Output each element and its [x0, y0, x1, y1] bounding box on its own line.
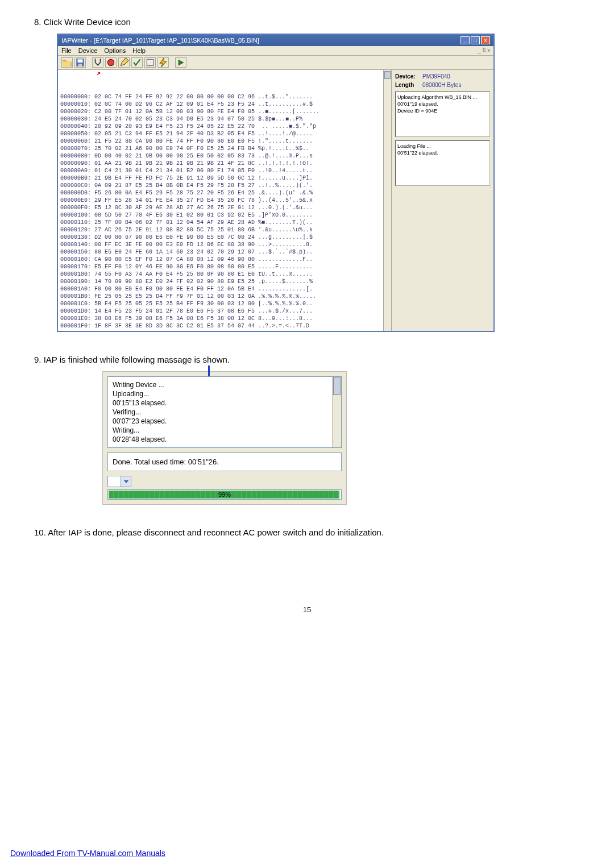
- hex-line: 000001A0: F0 90 80 E0 E4 F0 90 80 FE E4 …: [60, 285, 381, 293]
- play-icon[interactable]: [175, 57, 186, 68]
- status-line: 00'01"19 elapsed.: [397, 101, 488, 107]
- write-icon[interactable]: [118, 57, 130, 68]
- hex-line: 000000A0: 01 C4 21 30 01 C4 21 34 01 B2 …: [60, 167, 381, 175]
- menu-device[interactable]: Device: [78, 47, 98, 54]
- log-line: Uploading...: [113, 389, 337, 398]
- lightning-icon[interactable]: [157, 57, 169, 68]
- log-line: 00'07"23 elapsed.: [113, 417, 337, 426]
- hex-line: 000000E0: 29 FF E5 28 34 01 FE E4 35 27 …: [60, 197, 381, 204]
- length-label: Length: [395, 82, 422, 88]
- hex-line: 00000000: 02 0C 74 FF 24 FF 92 92 22 00 …: [60, 93, 381, 101]
- hex-line: 00000090: 01 AA 21 9B 21 9B 21 9B 21 9B …: [60, 160, 381, 167]
- hex-line: 00000070: 25 70 02 21 A6 90 80 E9 74 0F …: [60, 145, 381, 152]
- maximize-button[interactable]: □: [471, 36, 480, 44]
- progress-window: Writing Device ... Uploading... 00'15"13…: [102, 371, 347, 505]
- hex-line: 00000180: 74 55 F0 A3 74 AA F0 E4 F5 25 …: [60, 271, 381, 278]
- device-value: PM39F040: [422, 73, 450, 80]
- status-line: Uploading Algorithm WB_16.BIN ...: [397, 94, 488, 101]
- close-button[interactable]: X: [481, 36, 490, 44]
- hex-line: 000001D0: 14 E4 F5 23 F5 24 01 2F 78 E0 …: [60, 308, 381, 315]
- hex-line: 00000170: E5 EF F0 12 0Y 46 EE 90 80 E6 …: [60, 263, 381, 271]
- menu-file[interactable]: File: [61, 47, 72, 54]
- hex-line: 000000B0: 21 9B E4 FF FE FD FC 75 2E 91 …: [60, 175, 381, 182]
- erase-icon[interactable]: [144, 57, 156, 68]
- scrollbar[interactable]: [332, 377, 341, 447]
- menubar: File Device Options Help _ 6 x: [58, 46, 493, 56]
- hex-line: 00000080: 0D 00 40 02 21 9B 90 00 90 25 …: [60, 152, 381, 160]
- step-10-text: 10. After IAP is done, please disconnect…: [34, 528, 580, 537]
- page-number: 15: [34, 605, 580, 614]
- minimize-button[interactable]: _: [460, 36, 470, 44]
- hex-line: 000000F0: E5 12 0C 30 AF 29 AE 28 AD 27 …: [60, 204, 381, 211]
- status-box: Uploading Algorithm WB_16.BIN ... 00'01"…: [395, 92, 490, 137]
- hex-window: IAPWriter - [E:\Target IAP_101\Target IA…: [57, 34, 495, 332]
- hex-line: 00000010: 02 0C 74 00 D2 96 C2 AF 12 09 …: [60, 101, 381, 108]
- window-title: IAPWriter - [E:\Target IAP_101\Target IA…: [61, 37, 259, 44]
- progress-percent: 99%: [108, 490, 341, 499]
- menu-options[interactable]: Options: [104, 47, 126, 54]
- svg-rect-1: [78, 59, 83, 63]
- status-box-2: Loading File ... 00'51"22 elapsed.: [395, 140, 490, 186]
- hex-line: 00000050: 02 05 21 C3 94 FF E5 21 94 2F …: [60, 130, 381, 138]
- hex-line: 00000020: C2 00 7F 01 12 0A 5B 12 00 03 …: [60, 108, 381, 115]
- combo-value: [107, 476, 121, 487]
- svg-rect-2: [78, 64, 82, 67]
- toolbar: [58, 56, 493, 70]
- step-9-text: 9. IAP is finished while following massa…: [34, 355, 580, 364]
- hex-line: 00000030: 24 E5 24 70 02 05 23 C3 94 D0 …: [60, 115, 381, 123]
- hex-line: 00000060: 21 F5 22 80 CA 90 80 FE 74 FF …: [60, 138, 381, 145]
- status-line: Loading File ...: [397, 143, 488, 149]
- log-line: Writing...: [113, 426, 337, 435]
- log-line: Writing Device ...: [113, 380, 337, 389]
- hex-line: 000001E0: 38 08 E6 F5 39 08 E6 F5 3A 08 …: [60, 315, 381, 322]
- menu-help[interactable]: Help: [132, 47, 146, 54]
- log-textarea: Writing Device ... Uploading... 00'15"13…: [107, 376, 342, 448]
- open-icon[interactable]: [61, 57, 73, 68]
- log-line: 00'28"48 elapsed.: [113, 435, 337, 444]
- side-panel: Device: PM39F040 Length 080000H Bytes Up…: [391, 70, 493, 331]
- log-line: Verifing...: [113, 408, 337, 417]
- hex-line: 000001C0: 5B E4 F5 25 05 25 E5 25 B4 FF …: [60, 300, 381, 308]
- main-area: ↗ 00000000: 02 0C 74 FF 24 FF 92 92 22 0…: [58, 70, 493, 331]
- hex-dump: ↗ 00000000: 02 0C 74 FF 24 FF 92 92 22 0…: [58, 70, 383, 331]
- chevron-down-icon[interactable]: [121, 476, 131, 487]
- status-line: Device ID = 904E: [397, 107, 488, 114]
- log-line: 00'15"13 elapsed.: [113, 398, 337, 408]
- connect-icon[interactable]: [92, 57, 103, 68]
- combo-select[interactable]: [107, 476, 342, 487]
- verify-icon[interactable]: [131, 57, 143, 68]
- mdi-buttons[interactable]: _ 6 x: [478, 47, 490, 54]
- device-icon[interactable]: [105, 57, 117, 68]
- hex-line: 00000160: CA 90 80 E5 EF F0 12 07 CA 80 …: [60, 256, 381, 263]
- hex-line: 00000130: D2 00 80 67 90 80 E6 E0 FE 90 …: [60, 234, 381, 241]
- status-line: 00'51"22 elapsed.: [397, 149, 488, 156]
- hex-line: 00000150: 80 E5 E0 24 FE 60 1A 14 60 23 …: [60, 248, 381, 256]
- svg-point-3: [107, 59, 114, 65]
- scrollbar[interactable]: [383, 70, 391, 331]
- length-value: 080000H Bytes: [422, 82, 461, 88]
- device-label: Device:: [395, 73, 422, 80]
- hex-line: 00000140: 00 FF EC 3E FE 90 80 E3 E0 FD …: [60, 241, 381, 248]
- hex-line: 00000040: 20 92 09 20 93 E9 E4 F5 23 F5 …: [60, 123, 381, 130]
- resize-grip-icon[interactable]: ⋰: [333, 491, 341, 499]
- hex-line: 00000120: 27 AC 26 75 2E 91 12 08 B2 80 …: [60, 226, 381, 234]
- titlebar: IAPWriter - [E:\Target IAP_101\Target IA…: [58, 35, 493, 46]
- hex-line: 000000D0: F5 26 80 0A E4 F5 29 F5 28 75 …: [60, 189, 381, 197]
- svg-rect-4: [147, 59, 153, 65]
- window-buttons: _ □ X: [460, 36, 490, 44]
- hex-line: 000000C0: 0A 09 21 87 E5 25 B4 0B 0B E4 …: [60, 182, 381, 189]
- hex-line: 00000190: 14 70 09 90 80 E2 E0 24 FF 92 …: [60, 278, 381, 285]
- hex-line: 000001F0: 1F 8F 3F 8E 3E 8D 3D 8C 3C C2 …: [60, 322, 381, 330]
- done-text: Done. Total used time: 00'51"26.: [107, 452, 342, 471]
- save-icon[interactable]: [74, 57, 86, 68]
- hex-line: 000001B0: FE 25 05 25 E5 25 D4 FF F9 7F …: [60, 293, 381, 300]
- progress-bar: 99% ⋰: [107, 489, 342, 500]
- cursor-arrow-icon: ↗: [97, 70, 101, 77]
- hex-line: 00000100: 08 5D 50 27 78 4F E6 30 E1 02 …: [60, 211, 381, 219]
- hex-line: 00000110: 25 7F 00 B4 06 02 7F 01 12 04 …: [60, 219, 381, 226]
- step-8-text: 8. Click Write Device icon: [34, 17, 580, 27]
- footer-link[interactable]: Downloaded From TV-Manual.com Manuals: [10, 849, 165, 858]
